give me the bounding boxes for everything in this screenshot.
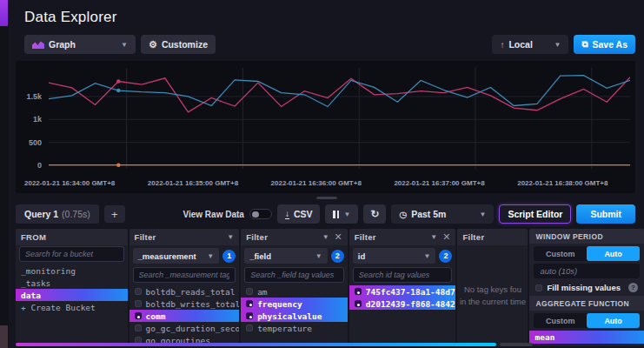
filter-search-input[interactable]: [133, 267, 236, 283]
list-item[interactable]: physicalvalue: [241, 310, 348, 322]
checkbox: [246, 288, 253, 295]
list-item[interactable]: mean: [529, 331, 644, 344]
list-item[interactable]: boltdb_writes_total: [129, 298, 240, 310]
panel-divider: [9, 196, 644, 201]
chart-panel: 1.5k1k5000 2022-01-21 16:34:00 GMT+82022…: [16, 61, 635, 193]
filter-title: Filter: [462, 232, 484, 242]
script-editor-button[interactable]: Script Editor: [499, 204, 571, 224]
list-item[interactable]: d2012439-f868-4842-bfef-8…: [349, 298, 456, 310]
filter-panel-header: Filter ▼ ✕: [241, 229, 348, 245]
window-custom-button[interactable]: Custom: [534, 246, 587, 261]
window-period-value[interactable]: auto (10s): [534, 264, 640, 278]
no-tag-keys-message: No tag keys fou in the current time: [457, 245, 528, 346]
options-panel: WINDOW PERIOD Custom Auto auto (10s) Fil…: [529, 229, 644, 346]
resize-handle[interactable]: [316, 197, 337, 199]
clock-icon: ◷: [399, 210, 407, 219]
csv-download-button[interactable]: ↓ CSV: [277, 204, 321, 224]
horizontal-scrollbar[interactable]: [16, 343, 496, 346]
submit-button[interactable]: Submit: [576, 204, 635, 224]
checkbox: [135, 312, 142, 319]
page-title: Data Explorer: [9, 0, 644, 26]
fill-missing-values-row: Fill missing values ?: [529, 281, 644, 296]
view-raw-data-label: View Raw Data: [183, 210, 243, 219]
bucket-search-input[interactable]: [19, 246, 124, 262]
chart-canvas[interactable]: [49, 68, 630, 169]
filter-item-list: boltdb_reads_totalboltdb_writes_totalcom…: [129, 285, 240, 346]
refresh-button[interactable]: ↻: [363, 204, 386, 224]
list-item[interactable]: median: [529, 344, 644, 346]
refresh-icon: ↻: [370, 208, 379, 220]
aggregate-mode-toggle: Custom Auto: [534, 313, 640, 328]
help-icon[interactable]: ?: [628, 283, 638, 292]
checkbox: [246, 325, 253, 331]
filter-search-input[interactable]: [244, 267, 344, 283]
visualization-type-dropdown[interactable]: Graph ▼: [24, 35, 136, 54]
chevron-down-icon: ▼: [121, 41, 128, 49]
chevron-down-icon: ▼: [554, 41, 561, 49]
horizontal-scrollbar-track[interactable]: [500, 343, 533, 346]
save-as-button[interactable]: ⧉ Save As: [574, 35, 635, 54]
query-duration: (0.75s): [62, 209, 90, 219]
list-item[interactable]: _monitoring: [16, 264, 128, 277]
filter-search-input[interactable]: [353, 267, 453, 283]
pause-dropdown-button[interactable]: ▼: [325, 204, 358, 224]
list-item[interactable]: 745fc437-18a1-48d7-98a6-7…: [349, 285, 456, 298]
filter-key-label: id: [358, 251, 365, 261]
bucket-list: _monitoring_tasksdata+ Create Bucket: [16, 264, 128, 346]
window-auto-button[interactable]: Auto: [587, 246, 640, 261]
list-item[interactable]: comm: [129, 310, 240, 322]
filter-panel-measurement: Filter ▼ _measurement ▼ 1 boltdb_reads_t…: [129, 229, 240, 346]
nav-logo-accent[interactable]: [0, 0, 8, 26]
list-item[interactable]: frequency: [241, 298, 348, 310]
download-icon: ↓: [285, 210, 289, 219]
list-item[interactable]: + Create Bucket: [16, 301, 128, 313]
view-raw-data-toggle[interactable]: [249, 209, 272, 219]
graph-dropdown-label: Graph: [49, 39, 76, 50]
pause-icon: [333, 211, 339, 218]
add-query-button[interactable]: +: [104, 205, 125, 223]
customize-button[interactable]: ⚙ Customize: [141, 35, 216, 54]
time-range-dropdown[interactable]: ◷ Past 5m ▼: [391, 204, 494, 224]
filter-key-dropdown[interactable]: id ▼: [353, 248, 436, 264]
filter-key-label: _measurement: [138, 251, 196, 261]
filter-panel-empty: Filter No tag keys fou in the current ti…: [457, 229, 528, 346]
aggregate-function-header: AGGREGATE FUNCTION: [529, 296, 644, 311]
gear-icon: ⚙: [149, 39, 157, 50]
nav-bottom-item[interactable]: [0, 325, 8, 348]
list-item[interactable]: boltdb_reads_total: [129, 285, 240, 298]
aggregate-custom-button[interactable]: Custom: [534, 313, 587, 328]
selected-count-badge: 2: [331, 250, 344, 263]
query-tab-label: Query 1: [24, 209, 58, 219]
chevron-down-icon[interactable]: ▼: [322, 233, 329, 241]
close-icon[interactable]: ✕: [442, 232, 450, 242]
fill-missing-checkbox[interactable]: [535, 284, 542, 291]
list-item[interactable]: go_gc_duration_seconds: [129, 322, 240, 334]
list-item[interactable]: am: [241, 285, 348, 298]
filter-item-list: amfrequencyphysicalvaluetemperature: [241, 285, 348, 346]
query-tab[interactable]: Query 1 (0.75s): [16, 204, 99, 224]
chevron-down-icon: ▼: [343, 211, 350, 218]
list-item[interactable]: data: [16, 289, 128, 301]
local-dropdown[interactable]: ↑ Local ▼: [492, 35, 568, 54]
aggregate-auto-button[interactable]: Auto: [587, 313, 640, 328]
filter-key-dropdown[interactable]: _measurement ▼: [133, 248, 220, 264]
x-tick-label: 2022-01-21 16:37:00 GMT+8: [388, 179, 512, 187]
filter-key-dropdown[interactable]: _field ▼: [244, 248, 328, 264]
chevron-down-icon[interactable]: ▼: [430, 233, 437, 241]
toolbar: Graph ▼ ⚙ Customize ↑ Local ▼ ⧉ Save As: [24, 35, 635, 54]
from-panel: FROM _monitoring_tasksdata+ Create Bucke…: [16, 229, 128, 346]
query-builder: FROM _monitoring_tasksdata+ Create Bucke…: [16, 229, 644, 346]
filter-title: Filter: [246, 232, 268, 242]
close-icon[interactable]: ✕: [335, 232, 342, 242]
chevron-down-icon[interactable]: ▼: [227, 233, 234, 241]
filter-title: Filter: [135, 232, 156, 242]
aggregate-function-list: meanmedianlast: [529, 331, 644, 346]
checkbox: [355, 300, 362, 307]
list-item[interactable]: temperature: [241, 322, 348, 334]
chevron-down-icon: ▼: [479, 211, 486, 218]
filter-title: Filter: [355, 232, 376, 242]
list-item[interactable]: _tasks: [16, 277, 128, 289]
main-content: Data Explorer Graph ▼ ⚙ Customize ↑ Loca…: [9, 0, 644, 348]
selected-count-badge: 1: [222, 250, 236, 263]
chevron-down-icon: ▼: [207, 252, 214, 260]
